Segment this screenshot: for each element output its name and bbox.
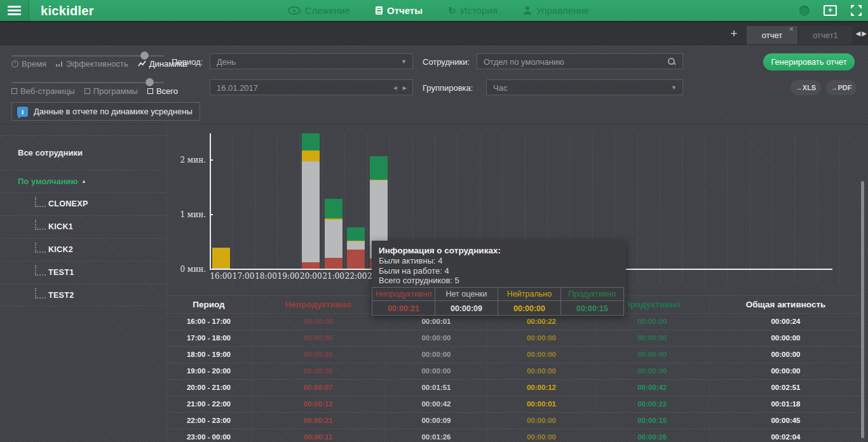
nav-item-history[interactable]: ↻История [448,5,498,16]
table-row-17:00 - 18:00[interactable]: 17:00 - 18:0000:00:0000:00:0000:00:0000:… [166,330,862,346]
chevron-down-icon: ▼ [671,80,677,96]
hamburger-menu-button[interactable] [0,0,29,21]
sidebar-item-all-employees[interactable]: Все сотрудники [0,135,166,170]
cell-Общая активность: 00:01:18 [710,396,862,412]
bar-segment-Непродуктивно[interactable] [302,262,320,269]
sidebar-item-employee-CLONEXP[interactable]: CLONEXP [0,192,166,216]
cell-Общая активность: 00:00:00 [710,363,862,379]
tooltip-title: Информация о сотрудниках: [379,245,621,256]
tree-connector [35,243,46,253]
tooltip-header-Продуктивно: Продуктивно [560,287,624,300]
total-icon [147,88,153,94]
add-tab-button[interactable]: + [726,25,742,42]
export-xls-button[interactable]: →XLS [790,80,821,95]
table-row-18:00 - 19:00[interactable]: 18:00 - 19:0000:00:0000:00:0000:00:0000:… [166,346,862,363]
sidebar-item-department[interactable]: По умолчанию ▲ [0,170,166,193]
nav-item-eye[interactable]: Слежение [288,5,350,16]
cell-Нейтрально: 00:00:00 [488,347,595,363]
new-window-icon[interactable] [824,5,837,16]
cell-Непродуктивно: 00:00:00 [252,314,385,330]
slider-option-label: Время [22,59,46,69]
bar-segment-Продуктивно[interactable] [347,227,365,241]
bar-segment-Продуктивно[interactable] [370,156,388,180]
sidebar-item-employee-TEST1[interactable]: TEST1 [0,261,166,285]
sidebar-item-employee-KICK2[interactable]: KICK2 [0,238,166,262]
bar-segment-Нейтрально[interactable] [302,151,320,161]
cell-period: 16:00 - 17:00 [166,314,252,330]
collapse-icon[interactable]: ▲ [81,178,86,184]
cell-period: 19:00 - 20:00 [166,363,252,379]
tooltip-header-Нейтрально: Нейтрально [498,287,560,300]
cell-Нейтрально: 00:00:00 [488,413,595,429]
cell-Общая активность: 00:00:24 [710,314,862,330]
date-next-icon[interactable]: ▶ [403,80,407,96]
period-select[interactable]: День ▼ [210,53,413,69]
close-tab-icon[interactable]: × [789,25,794,34]
report-tab-strip: + отчет×отчет1 ◀▶ [0,22,868,45]
report-scope-slider-track[interactable] [11,82,164,83]
export-pdf-button[interactable]: →PDF [826,80,857,95]
grouping-select[interactable]: Час ▼ [486,79,683,95]
employee-label: KICK2 [48,245,73,254]
bar-segment-Нейтрально[interactable] [325,218,342,219]
column-header-Общая активность: Общая активность [710,296,862,313]
bar-segment-Непродуктивно[interactable] [347,250,365,269]
window-controls [799,0,862,21]
bar-segment-Продуктивно[interactable] [325,199,342,219]
bar-segment-Нет оценки[interactable] [347,241,365,250]
fullscreen-icon[interactable] [851,5,862,16]
date-prev-icon[interactable]: ◀ [393,80,397,96]
table-row-19:00 - 20:00[interactable]: 19:00 - 20:0000:00:0000:00:0000:00:0000:… [166,363,862,379]
table-row-23:00 - 00:00[interactable]: 23:00 - 00:0000:00:1100:01:2600:00:0000:… [166,429,862,442]
column-header-Период: Период [166,296,252,313]
slider-option-Время[interactable]: Время [11,59,46,69]
info-note-text: Данные в отчете по динамике усреднены [34,107,193,116]
slider-option-Эффективность[interactable]: Эффективность [56,59,128,69]
status-indicator-icon[interactable] [799,6,810,16]
table-row-21:00 - 22:00[interactable]: 21:00 - 22:0000:00:1200:00:4200:00:0100:… [166,396,862,412]
tab-scroll-left-icon[interactable]: ◀ [856,30,861,37]
cell-Непродуктивно: 00:00:12 [252,396,385,412]
table-row-20:00 - 21:00[interactable]: 20:00 - 21:0000:00:0700:01:5100:00:1200:… [166,379,862,396]
slider-option-Всего[interactable]: Всего [147,86,178,96]
info-icon: i [17,107,28,117]
cell-period: 23:00 - 00:00 [166,429,252,442]
bar-segment-Нейтрально[interactable] [212,248,230,268]
slider-option-Программы[interactable]: Программы [85,86,138,96]
sidebar-item-employee-TEST2[interactable]: TEST2 [0,284,166,307]
tab-scroll-right-icon[interactable]: ▶ [862,30,867,37]
vertical-scrollbar-thumb[interactable] [861,181,864,438]
cell-period: 20:00 - 21:00 [166,380,252,396]
slider-option-Веб-страницы[interactable]: Веб-страницы [11,86,75,96]
table-row-22:00 - 23:00[interactable]: 22:00 - 23:0000:00:2100:00:0900:00:0000:… [166,412,862,429]
cell-Нет оценки: 00:01:51 [385,380,488,396]
tab-label: отчет [762,30,782,40]
tooltip-line: Были на работе: 4 [379,266,621,276]
bar-segment-Нейтрально[interactable] [370,180,388,180]
cell-Продуктивно: 00:00:15 [595,413,710,429]
cell-Нейтрально: 00:00:00 [488,363,595,379]
date-field[interactable]: 16.01.2017 ◀ ▶ [210,79,413,95]
cell-Нейтрально: 00:00:01 [488,396,595,412]
top-navbar: kickidler СлежениеОтчеты↻ИсторияУправлен… [0,0,868,22]
tooltip-value-Нет оценки: 00:00:09 [435,300,498,316]
search-icon[interactable] [668,58,675,65]
bar-segment-Нет оценки[interactable] [302,161,320,262]
tab-scroll-arrows[interactable]: ◀▶ [856,22,867,44]
cell-Продуктивно: 00:00:22 [595,396,710,412]
nav-item-document[interactable]: Отчеты [376,5,423,16]
tab-отчет[interactable]: отчет× [747,26,797,44]
nav-item-user[interactable]: Управление [523,5,589,16]
employees-input[interactable]: Отдел по умолчанию [477,53,683,69]
tab-отчет1[interactable]: отчет1 [799,26,852,44]
cell-period: 21:00 - 22:00 [166,396,252,412]
tooltip-header-Непродуктивно: Непродуктивно [372,287,435,300]
bar-segment-Продуктивно[interactable] [302,133,320,151]
history-icon: ↻ [448,6,456,15]
bar-segment-Нет оценки[interactable] [325,220,342,258]
programs-icon [85,88,90,94]
sidebar-item-employee-KICK1[interactable]: KICK1 [0,215,166,239]
bar-segment-Непродуктивно[interactable] [325,258,342,269]
generate-report-button[interactable]: Генерировать отчет [763,53,855,70]
bar-segment-Нейтрально[interactable] [347,241,365,241]
